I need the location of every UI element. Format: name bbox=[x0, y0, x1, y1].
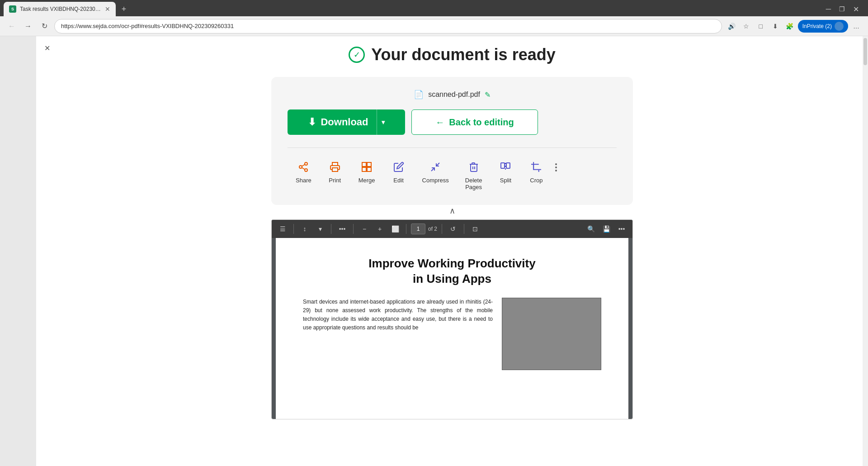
reload-btn[interactable]: ↻ bbox=[38, 20, 51, 33]
main-content: ✓ Your document is ready 📄 scanned-pdf.p… bbox=[39, 36, 865, 419]
more-tools-btn[interactable] bbox=[552, 156, 557, 171]
pdf-heading: Improve Working Productivity in Using Ap… bbox=[303, 256, 601, 287]
back-btn[interactable]: ← bbox=[5, 20, 18, 33]
tab-favicon: S bbox=[9, 5, 16, 13]
delete-pages-label: DeletePages bbox=[465, 177, 482, 190]
inprivate-label: InPrivate (2) bbox=[802, 23, 832, 29]
back-arrow-icon: ← bbox=[435, 117, 444, 128]
page-scrollbar[interactable] bbox=[863, 36, 868, 466]
read-aloud-btn[interactable]: 🔊 bbox=[726, 20, 738, 33]
compress-label: Compress bbox=[422, 177, 449, 184]
tool-compress[interactable]: Compress bbox=[414, 156, 457, 187]
active-tab[interactable]: S Task results VXIBDHNQ-202309… ✕ bbox=[4, 2, 116, 16]
pdf-text-column: Smart devices and internet-based applica… bbox=[303, 298, 493, 333]
page-title: Your document is ready bbox=[371, 45, 555, 64]
pdf-viewer: ☰ ↕ ▾ ••• − + ⬜ 1 of 2 ↺ ⊡ 🔍 💾 bbox=[271, 219, 633, 419]
pdf-spread-btn[interactable]: ⊡ bbox=[469, 223, 481, 235]
inprivate-badge[interactable]: InPrivate (2) bbox=[798, 20, 848, 33]
collections-btn[interactable]: □ bbox=[755, 20, 767, 33]
pdf-fit-btn[interactable]: ⬜ bbox=[389, 223, 401, 235]
tool-delete-pages[interactable]: DeletePages bbox=[457, 156, 491, 194]
pdf-paragraph: Smart devices and internet-based applica… bbox=[303, 298, 493, 333]
tools-row: Share Print bbox=[288, 156, 552, 194]
settings-btn[interactable]: … bbox=[850, 20, 863, 33]
crop-icon bbox=[529, 160, 543, 174]
back-to-editing-button[interactable]: ← Back to editing bbox=[411, 109, 538, 135]
split-icon bbox=[498, 160, 513, 174]
address-bar[interactable]: https://www.sejda.com/ocr-pdf#results-VX… bbox=[54, 19, 722, 33]
download-dropdown-arrow[interactable]: ▾ bbox=[377, 109, 385, 135]
merge-icon bbox=[359, 160, 374, 174]
edit-label: Edit bbox=[393, 177, 403, 184]
document-card: 📄 scanned-pdf.pdf ✎ ⬇ Download ▾ ← Back … bbox=[271, 77, 633, 205]
svg-rect-6 bbox=[362, 162, 366, 166]
extensions-btn[interactable]: 🧩 bbox=[783, 20, 796, 33]
scrollbar-thumb[interactable] bbox=[863, 38, 867, 65]
pdf-body: Smart devices and internet-based applica… bbox=[303, 298, 601, 370]
svg-line-3 bbox=[302, 168, 305, 170]
pdf-zoom-in-btn[interactable]: + bbox=[373, 223, 386, 235]
share-icon bbox=[296, 160, 311, 174]
restore-btn[interactable]: ❐ bbox=[839, 5, 845, 13]
tool-print[interactable]: Print bbox=[320, 156, 350, 187]
toolbar-sep-6 bbox=[464, 224, 464, 234]
new-tab-btn[interactable]: + bbox=[118, 3, 130, 15]
pdf-cursor-btn[interactable]: ↕ bbox=[298, 223, 311, 235]
collapse-btn[interactable]: ∧ bbox=[449, 206, 455, 216]
pdf-toolbar-more-btn[interactable]: ••• bbox=[615, 223, 628, 235]
downloads-btn[interactable]: ⬇ bbox=[769, 20, 782, 33]
toolbar-sep-4 bbox=[406, 224, 406, 234]
toolbar-sep-1 bbox=[293, 224, 294, 234]
svg-rect-8 bbox=[362, 167, 366, 171]
close-dialog-btn[interactable]: ✕ bbox=[41, 42, 53, 54]
svg-rect-14 bbox=[501, 163, 505, 168]
pdf-page-input[interactable]: 1 bbox=[411, 223, 425, 234]
edit-filename-icon[interactable]: ✎ bbox=[485, 90, 491, 99]
svg-rect-7 bbox=[367, 162, 371, 166]
svg-line-11 bbox=[436, 163, 439, 166]
filename-row: 📄 scanned-pdf.pdf ✎ bbox=[288, 90, 617, 100]
success-check-icon: ✓ bbox=[349, 47, 365, 63]
tool-edit[interactable]: Edit bbox=[383, 156, 414, 187]
toolbar-sep-2 bbox=[331, 224, 331, 234]
pdf-rotate-btn[interactable]: ↺ bbox=[447, 223, 459, 235]
delete-pages-icon bbox=[467, 160, 481, 174]
pdf-zoom-out-btn[interactable]: − bbox=[358, 223, 371, 235]
favorites-btn[interactable]: ☆ bbox=[740, 20, 753, 33]
compress-icon bbox=[428, 160, 443, 174]
tool-share[interactable]: Share bbox=[288, 156, 320, 187]
svg-point-1 bbox=[299, 166, 302, 168]
forward-btn[interactable]: → bbox=[22, 20, 34, 33]
card-divider bbox=[288, 147, 617, 148]
more-dots-icon bbox=[555, 163, 557, 171]
window-close-btn[interactable]: ✕ bbox=[853, 5, 859, 14]
pdf-more-btn[interactable]: ••• bbox=[336, 223, 349, 235]
svg-line-10 bbox=[431, 168, 434, 171]
toolbar-sep-5 bbox=[442, 224, 442, 234]
tool-split[interactable]: Split bbox=[490, 156, 521, 187]
pdf-search-btn[interactable]: 🔍 bbox=[585, 223, 597, 235]
pdf-save-btn[interactable]: 💾 bbox=[600, 223, 613, 235]
chevron-up-icon: ∧ bbox=[449, 206, 455, 216]
svg-rect-5 bbox=[332, 168, 338, 171]
url-text: https://www.sejda.com/ocr-pdf#results-VX… bbox=[61, 23, 234, 29]
print-icon bbox=[328, 160, 342, 174]
tool-crop[interactable]: Crop bbox=[521, 156, 552, 187]
svg-line-4 bbox=[302, 165, 305, 166]
tab-close-btn[interactable]: ✕ bbox=[105, 5, 110, 13]
minimize-btn[interactable]: ─ bbox=[826, 5, 831, 13]
tool-merge[interactable]: Merge bbox=[350, 156, 383, 187]
pdf-cursor-dropdown[interactable]: ▾ bbox=[314, 223, 326, 235]
svg-rect-9 bbox=[367, 167, 371, 171]
merge-label: Merge bbox=[359, 177, 375, 184]
toolbar-sep-3 bbox=[353, 224, 354, 234]
back-editing-label: Back to editing bbox=[449, 117, 514, 128]
download-button[interactable]: ⬇ Download ▾ bbox=[288, 109, 405, 135]
doc-ready-header: ✓ Your document is ready bbox=[349, 45, 555, 64]
pdf-file-icon: 📄 bbox=[414, 90, 424, 100]
pdf-page-total: of 2 bbox=[428, 226, 437, 232]
svg-point-0 bbox=[305, 162, 307, 165]
print-label: Print bbox=[329, 177, 341, 184]
crop-label: Crop bbox=[530, 177, 542, 184]
pdf-outline-btn[interactable]: ☰ bbox=[276, 223, 289, 235]
